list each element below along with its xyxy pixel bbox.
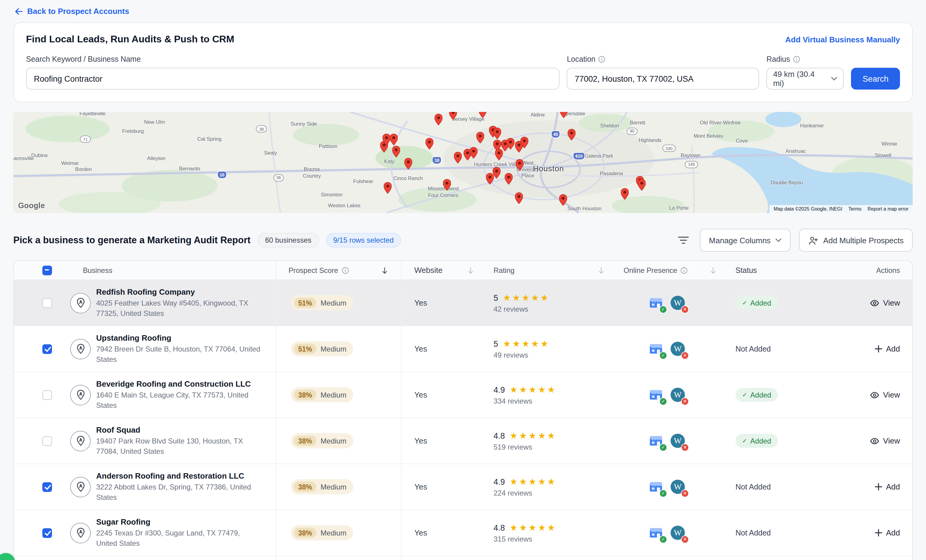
map-marker-pin[interactable] — [435, 114, 443, 125]
row-checkbox-cell — [14, 326, 60, 372]
map-marker-pin[interactable] — [383, 134, 390, 145]
map-marker-pin[interactable] — [393, 146, 400, 157]
table-row[interactable]: Anderson Roofing and Restoration LLC 322… — [14, 464, 912, 510]
svg-text:W: W — [674, 482, 682, 491]
map-marker-pin[interactable] — [470, 147, 478, 159]
map-marker-pin[interactable] — [443, 179, 451, 191]
sort-arrow-icon[interactable] — [598, 266, 604, 274]
map-marker-pin[interactable] — [486, 173, 494, 185]
map-marker-pin[interactable] — [568, 129, 576, 141]
map-marker-pin[interactable] — [621, 188, 629, 200]
map-report-error-link[interactable]: Report a map error — [868, 206, 908, 212]
add-action[interactable]: Add — [875, 482, 900, 491]
info-icon — [793, 56, 800, 63]
add-action[interactable]: Add — [875, 528, 900, 537]
prospect-score-level: Medium — [321, 345, 346, 353]
map[interactable]: FayettevilleNew UlmFrelsburgCat SpringSe… — [13, 112, 913, 213]
person-add-icon — [808, 235, 819, 245]
map-marker-pin[interactable] — [449, 112, 457, 120]
table-row[interactable]: Beveridge Roofing and Construction LLC 1… — [14, 372, 912, 418]
column-header-rating[interactable]: Rating — [487, 261, 617, 280]
website-value: Yes — [414, 344, 427, 353]
business-avatar-icon — [70, 522, 91, 543]
map-marker-pin[interactable] — [404, 158, 412, 170]
column-header-web[interactable]: Website — [402, 261, 487, 280]
row-checkbox[interactable] — [42, 344, 52, 354]
wordpress-icon: W ✕ — [668, 294, 687, 312]
column-label: Rating — [493, 266, 514, 274]
view-action[interactable]: View — [870, 436, 900, 446]
search-keyword-input[interactable] — [26, 68, 560, 89]
map-marker-pin[interactable] — [390, 134, 398, 145]
add-action[interactable]: Add — [875, 344, 900, 353]
add-virtual-business-link[interactable]: Add Virtual Business Manually — [785, 35, 900, 44]
prospect-score-level: Medium — [321, 299, 346, 307]
map-marker-pin[interactable] — [515, 192, 523, 204]
column-header-score[interactable]: Prospect Score — [276, 261, 402, 280]
sort-arrow-icon[interactable] — [382, 266, 388, 274]
prospect-score-pill: 51% Medium — [291, 341, 353, 356]
map-marker-pin[interactable] — [560, 112, 567, 118]
map-marker-pin[interactable] — [426, 138, 434, 150]
google-logo[interactable]: Google — [18, 201, 45, 210]
map-marker-pin[interactable] — [493, 128, 501, 139]
row-checkbox[interactable] — [42, 436, 52, 446]
view-action[interactable]: View — [870, 298, 900, 308]
plus-icon — [875, 345, 882, 353]
row-checkbox[interactable] — [42, 298, 52, 308]
actions-cell: View — [875, 298, 912, 308]
prospect-score-pill: 38% Medium — [291, 525, 353, 540]
column-header-status[interactable]: Status — [729, 261, 875, 280]
map-marker-pin[interactable] — [454, 152, 461, 163]
column-header-actions[interactable]: Actions — [875, 261, 912, 280]
chat-widget[interactable] — [0, 553, 15, 560]
row-checkbox[interactable] — [42, 482, 52, 492]
sort-arrow-icon[interactable] — [468, 266, 474, 274]
online-presence-cell: ✓ W ✕ — [617, 294, 729, 312]
table-row[interactable]: Roof Squad 19407 Park Row Blvd Suite 130… — [14, 418, 912, 464]
radius-select[interactable]: 49 km (30.4 mi) — [766, 68, 844, 89]
location-input[interactable] — [567, 68, 759, 89]
map-terms-link[interactable]: Terms — [848, 206, 862, 212]
prospect-score-pill: 38% Medium — [291, 433, 353, 448]
map-marker-pin[interactable] — [479, 112, 487, 118]
map-marker-pin[interactable] — [505, 173, 513, 185]
info-icon — [342, 266, 349, 274]
chevron-down-icon — [831, 77, 837, 80]
column-header-biz[interactable]: Business — [60, 261, 276, 280]
map-marker-pin[interactable] — [520, 137, 528, 148]
missing-x-badge: ✕ — [681, 351, 689, 359]
column-header-presence[interactable]: Online Presence — [617, 261, 729, 280]
row-checkbox[interactable] — [42, 390, 52, 400]
back-link[interactable]: Back to Prospect Accounts — [15, 7, 129, 16]
row-checkbox[interactable] — [42, 528, 52, 537]
map-marker-pin[interactable] — [476, 132, 484, 144]
map-marker-pin[interactable] — [638, 179, 646, 191]
search-button[interactable]: Search — [851, 68, 900, 89]
manage-columns-button[interactable]: Manage Columns — [700, 229, 790, 252]
view-action[interactable]: View — [870, 390, 900, 400]
rating-stars: ★★★★★ — [503, 292, 550, 303]
filter-button[interactable] — [676, 233, 691, 247]
business-avatar-icon — [70, 477, 91, 497]
missing-x-badge: ✕ — [681, 306, 689, 313]
map-marker-pin[interactable] — [559, 195, 567, 206]
table-row[interactable]: Upstanding Roofing 7942 Breen Dr Suite B… — [14, 326, 912, 372]
business-address: 3222 Abbott Lakes Dr, Spring, TX 77386, … — [96, 483, 261, 502]
add-multiple-prospects-button[interactable]: Add Multiple Prospects — [799, 229, 913, 252]
rating-cell: 4.9 ★★★★★ 224 reviews — [487, 476, 617, 497]
sort-arrow-icon[interactable] — [710, 266, 716, 274]
select-all-cell — [14, 261, 60, 280]
table-row[interactable]: Sugar Roofing 2245 Texas Dr #300, Sugar … — [14, 510, 912, 556]
map-marker-pin[interactable] — [516, 159, 524, 171]
map-marker-pin[interactable] — [507, 138, 515, 150]
business-name: Anderson Roofing and Restoration LLC — [96, 472, 261, 481]
table-row[interactable]: Redfish Roofing Company 4025 Feather Lak… — [14, 280, 912, 326]
table-row[interactable]: Image Roofing Company 4.7 ★★★★★ ✓ W ✕ — [14, 556, 912, 560]
chevron-down-icon — [775, 238, 781, 242]
map-marker-pin[interactable] — [383, 182, 391, 194]
rating-cell: 5 ★★★★★ 49 reviews — [487, 338, 617, 359]
map-attribution: Map data ©2025 Google, INEGI Terms Repor… — [769, 205, 913, 213]
status-text: Not Added — [735, 483, 771, 491]
select-all-checkbox[interactable] — [42, 265, 52, 275]
